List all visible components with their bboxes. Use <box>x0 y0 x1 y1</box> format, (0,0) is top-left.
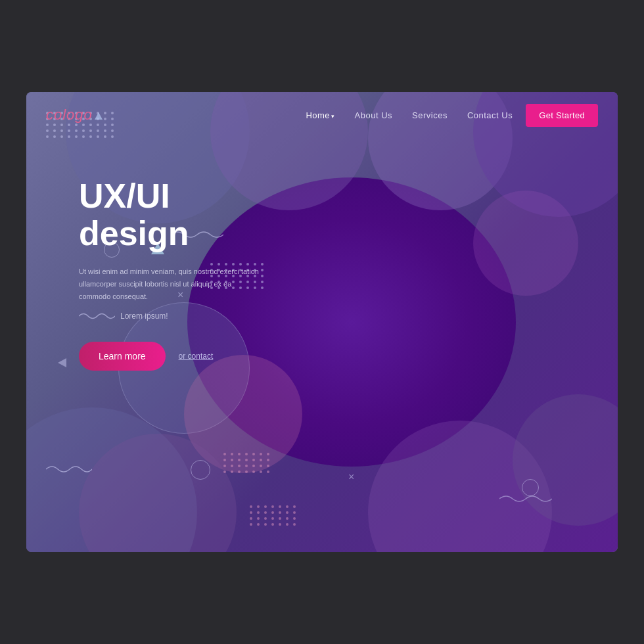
navbar: cologo Home▾ About Us Services Contact <box>26 92 618 138</box>
hero-section: UX/UI design Ut wisi enim ad minim venia… <box>79 177 263 371</box>
x-mark-2: × <box>348 471 354 483</box>
cta-row: Learn more or contact <box>79 342 263 371</box>
browser-frame: × × cologo Home▾ About Us <box>26 92 618 552</box>
nav-item-services[interactable]: Services <box>412 109 448 121</box>
nav-links: Home▾ About Us Services Contact Us <box>306 109 513 121</box>
learn-more-button[interactable]: Learn more <box>79 342 166 371</box>
nav-link-home[interactable]: Home▾ <box>306 110 334 120</box>
outline-circle-2 <box>191 460 210 480</box>
wave-bottom-right <box>499 492 552 506</box>
wave-bottom-left <box>46 462 92 476</box>
hero-title: UX/UI design <box>79 177 263 252</box>
logo: cologo <box>46 106 103 124</box>
nav-link-about[interactable]: About Us <box>355 110 392 120</box>
or-contact-button[interactable]: or contact <box>179 352 214 361</box>
nav-item-about[interactable]: About Us <box>355 109 392 121</box>
logo-triangle-icon <box>95 112 103 120</box>
nav-link-contact[interactable]: Contact Us <box>467 110 513 120</box>
triangle-2 <box>58 358 66 367</box>
nav-item-home[interactable]: Home▾ <box>306 109 334 121</box>
wave-inline-icon <box>79 310 115 322</box>
hero-description: Ut wisi enim ad minim veniam, quis nostr… <box>79 265 263 302</box>
dots-mid-pink <box>223 453 271 473</box>
chevron-down-icon: ▾ <box>331 113 335 120</box>
nav-link-services[interactable]: Services <box>412 110 448 120</box>
nav-item-contact[interactable]: Contact Us <box>467 109 513 121</box>
lorem-text: Lorem ipsum! <box>79 310 263 322</box>
get-started-button[interactable]: Get Started <box>526 104 598 127</box>
dots-bottom-right <box>250 505 297 526</box>
